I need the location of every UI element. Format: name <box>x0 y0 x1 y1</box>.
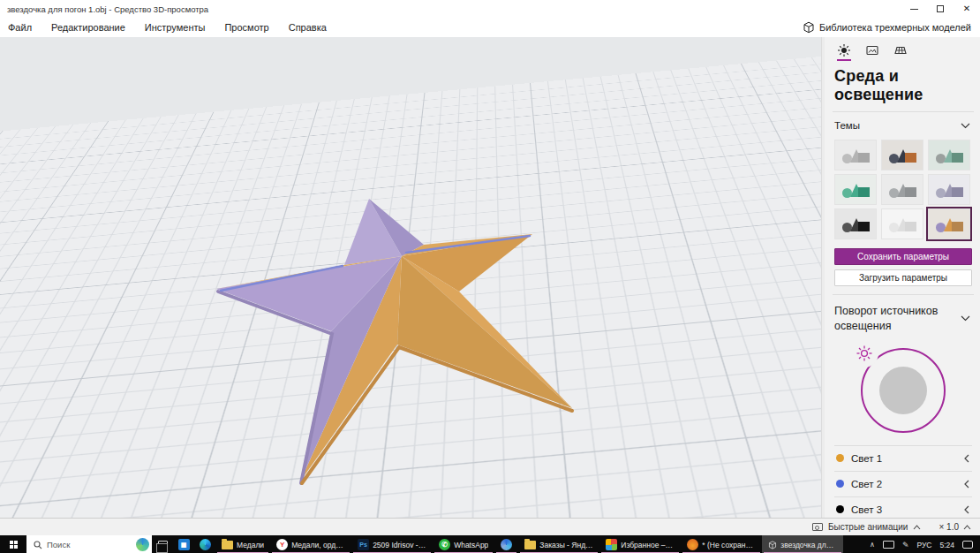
taskbar-app-label: Заказы - Яндекс.Д... <box>539 541 593 549</box>
theme-thumbnail[interactable] <box>834 140 877 170</box>
status-bar: Быстрые анимации × 1.0 <box>0 518 980 535</box>
theme-thumbnail[interactable] <box>928 174 970 205</box>
tab-grid[interactable] <box>891 43 910 64</box>
start-button[interactable] <box>0 535 26 553</box>
maximize-icon <box>937 5 944 12</box>
yandex-icon: Y <box>276 539 288 550</box>
cube-shape <box>858 187 870 197</box>
taskbar-app-button[interactable]: YМедали, ордена - ... <box>270 535 351 553</box>
tray-chevron-up-icon[interactable]: ∧ <box>870 541 875 549</box>
title-bar: звездочка для погон 1.obj - Средство 3D-… <box>0 0 980 18</box>
dial-knob[interactable] <box>879 367 927 414</box>
taskbar-app-button[interactable]: ✆WhatsApp <box>433 535 494 553</box>
language-indicator[interactable]: РУС <box>916 541 931 549</box>
task-view-button[interactable] <box>152 535 173 553</box>
edge-button[interactable] <box>194 535 215 553</box>
theme-thumbnail[interactable] <box>834 174 877 205</box>
pen-icon[interactable]: ✎ <box>902 541 909 549</box>
viewport-3d[interactable] <box>0 37 821 518</box>
taskbar-app-button[interactable]: * (Не сохранено) ... <box>681 535 762 553</box>
windows-icon <box>10 541 18 549</box>
whatsapp-icon: ✆ <box>439 539 450 550</box>
taskbar-app-label: Медали <box>237 541 264 549</box>
library-button[interactable]: Библиотека трехмерных моделей <box>803 21 980 34</box>
save-parameters-button[interactable]: Сохранить параметры <box>834 248 972 265</box>
cube-shape <box>952 222 963 231</box>
tab-environment[interactable] <box>863 43 882 64</box>
cube-shape <box>858 222 870 231</box>
chevron-up-icon[interactable] <box>913 525 921 530</box>
light-rotation-dial-wrap <box>834 337 972 445</box>
cube-icon <box>768 540 777 550</box>
scale-control[interactable]: × 1.0 <box>939 522 971 532</box>
chevron-left-icon <box>963 480 970 489</box>
load-parameters-button[interactable]: Загрузить параметры <box>834 269 972 286</box>
weather-icon[interactable] <box>136 538 149 551</box>
themes-section-header[interactable]: Темы <box>834 112 972 138</box>
chevron-up-icon <box>963 525 971 530</box>
dial-sun-handle[interactable] <box>850 339 878 367</box>
menu-item[interactable]: Инструменты <box>135 19 215 35</box>
sun-icon <box>837 43 851 57</box>
cube-shape <box>952 153 963 163</box>
light-row[interactable]: Свет 1 <box>834 446 972 472</box>
folder-icon <box>222 541 233 549</box>
taskbar-search[interactable]: Поиск <box>26 535 152 553</box>
quick-animations-icon <box>812 523 823 531</box>
light-label: Свет 1 <box>851 453 956 464</box>
light-rotation-dial[interactable] <box>861 348 946 433</box>
taskbar-app-button[interactable] <box>494 535 518 553</box>
quick-animations-label[interactable]: Быстрые анимации <box>828 522 908 532</box>
maximize-button[interactable] <box>927 0 954 18</box>
cube-icon <box>803 21 815 34</box>
taskbar-app-button[interactable]: Ps2509 Idrisov - пере... <box>351 535 433 553</box>
taskbar-app-label: 2509 Idrisov - пере... <box>373 541 426 549</box>
menu-item[interactable]: Редактирование <box>41 19 135 35</box>
taskbar: Поиск ▦ МедалиYМедали, ордена - ...Ps250… <box>0 535 980 553</box>
library-label: Библиотека трехмерных моделей <box>819 22 971 33</box>
taskbar-app-button[interactable]: звездочка для пог... <box>762 535 843 553</box>
minimize-button[interactable] <box>901 0 927 18</box>
theme-thumbnail[interactable] <box>928 140 970 170</box>
menu-item[interactable]: Файл <box>0 19 41 35</box>
touch-keyboard-icon[interactable] <box>883 541 894 549</box>
taskview-icon <box>158 541 168 549</box>
chevron-left-icon <box>963 454 970 463</box>
rotation-section-header[interactable]: Поворот источников освещения <box>834 295 972 337</box>
search-icon <box>34 541 42 549</box>
photos-button[interactable]: ▦ <box>173 535 194 553</box>
taskbar-app-label: * (Не сохранено) ... <box>702 541 756 549</box>
menu-item[interactable]: Справка <box>279 19 336 35</box>
flame-icon <box>687 539 698 550</box>
light-row[interactable]: Свет 3 <box>834 497 972 518</box>
chevron-left-icon <box>963 505 970 514</box>
taskbar-app-label: WhatsApp <box>454 541 488 549</box>
tab-lighting[interactable] <box>834 43 854 64</box>
cube-shape <box>858 153 870 163</box>
theme-thumbnail[interactable] <box>928 208 970 239</box>
taskbar-app-button[interactable]: Избранное – (147... <box>599 535 681 553</box>
taskbar-app-label: Медали, ордена - ... <box>291 541 345 549</box>
taskbar-app-button[interactable]: Медали <box>215 535 270 553</box>
theme-thumbnail[interactable] <box>881 140 923 170</box>
close-button[interactable]: ✕ <box>954 0 980 18</box>
photoshop-icon: Ps <box>358 539 369 550</box>
theme-thumbnail[interactable] <box>834 208 877 239</box>
cube-shape <box>905 187 916 197</box>
taskbar-apps: МедалиYМедали, ордена - ...Ps2509 Idriso… <box>215 535 861 553</box>
notifications-icon[interactable] <box>962 541 973 549</box>
cube-shape <box>905 153 916 163</box>
menu-item[interactable]: Просмотр <box>215 19 278 35</box>
taskbar-app-button[interactable]: Заказы - Яндекс.Д... <box>518 535 599 553</box>
theme-thumbnail[interactable] <box>881 208 923 239</box>
chevron-down-icon <box>961 315 970 322</box>
light-row[interactable]: Свет 2 <box>834 472 972 497</box>
search-placeholder: Поиск <box>47 540 70 549</box>
scale-value: × 1.0 <box>939 522 959 532</box>
themes-grid <box>834 138 972 248</box>
theme-thumbnail[interactable] <box>881 174 923 205</box>
window-title: звездочка для погон 1.obj - Средство 3D-… <box>0 4 901 14</box>
folder-icon <box>524 541 536 549</box>
clock[interactable]: 5:24 <box>939 541 954 549</box>
star-model[interactable] <box>0 37 821 518</box>
